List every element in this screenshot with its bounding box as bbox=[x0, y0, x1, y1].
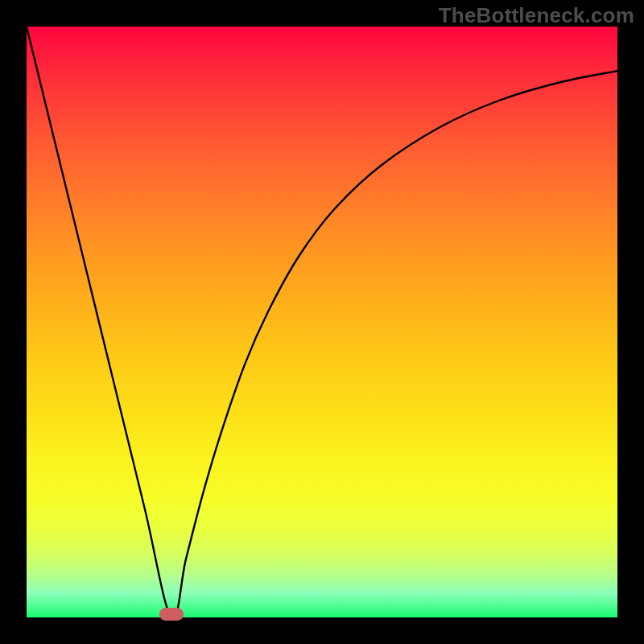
chart-frame: TheBottleneck.com bbox=[0, 0, 644, 644]
watermark-text: TheBottleneck.com bbox=[439, 3, 634, 28]
curve-path bbox=[27, 27, 617, 618]
bottleneck-curve bbox=[27, 27, 617, 617]
minimum-marker bbox=[159, 608, 184, 621]
plot-area bbox=[27, 27, 617, 617]
